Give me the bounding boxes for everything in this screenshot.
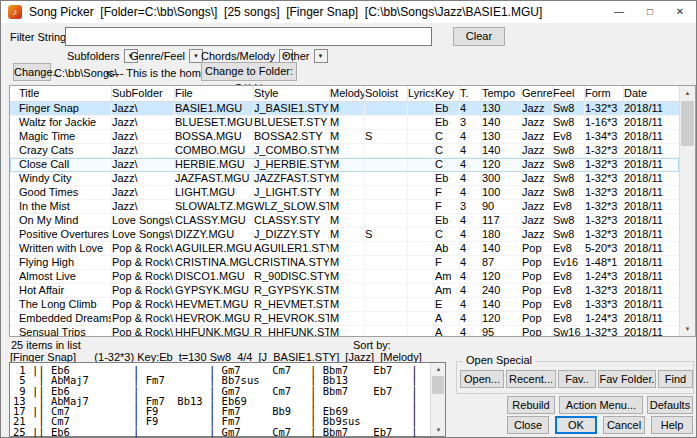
table-cell: Jazz\ (112, 116, 175, 129)
chevron-down-icon[interactable]: ▼ (314, 49, 328, 63)
rebuild-button[interactable]: Rebuild (507, 396, 555, 414)
table-cell: Am (435, 270, 460, 283)
table-cell: CLASSY.MGU (175, 214, 254, 227)
close-window-button[interactable]: ✕ (665, 1, 695, 23)
column-header-melody[interactable]: Melody (330, 86, 365, 101)
table-cell: R_HEVMET.STY (254, 298, 330, 311)
table-cell: 87 (482, 256, 522, 269)
column-header-form[interactable]: Form (585, 86, 624, 101)
title-bar[interactable]: ♪ Song Picker [Folder=C:\bb\Songs\] [25 … (1, 1, 696, 23)
open-special-label: Open Special (463, 354, 535, 366)
column-header-subfolder[interactable]: SubFolder (112, 86, 175, 101)
chord-preview-scrollbar[interactable]: ▲ ▼ (430, 363, 445, 436)
table-row[interactable]: Written with LovePop & Rock\AGUILER.MGUA… (10, 242, 679, 256)
ok-button[interactable]: OK (555, 416, 597, 434)
column-header-genre[interactable]: Genre (522, 86, 553, 101)
column-header-title[interactable]: Title (19, 86, 112, 101)
table-cell (408, 130, 435, 143)
scroll-up-icon[interactable]: ▲ (680, 86, 695, 100)
table-cell: M (330, 186, 365, 199)
table-cell: Pop & Rock\ (112, 256, 175, 269)
table-cell: 2018/11 (624, 186, 672, 199)
table-cell: 1-32*3 (585, 144, 624, 157)
fav-button[interactable]: Fav.. (558, 370, 596, 388)
column-header-tempo[interactable]: Tempo (482, 86, 522, 101)
column-header-lyrics[interactable]: Lyrics (408, 86, 435, 101)
table-cell: Good Times (19, 186, 112, 199)
table-row[interactable]: Positive OverturesLove Songs\DIZZY.MGUJ_… (10, 228, 679, 242)
table-cell (365, 270, 408, 283)
action-menu-button[interactable]: Action Menu... (559, 396, 643, 414)
table-row[interactable]: Sensual TripsPop & Rock\HHFUNK.MGUR_HHFU… (10, 326, 679, 336)
help-button[interactable]: Help (651, 416, 693, 434)
table-scrollbar[interactable]: ▲ ▼ (679, 86, 695, 336)
table-row[interactable]: Almost LivePop & Rock\DISCO1.MGUR_90DISC… (10, 270, 679, 284)
change-to-folder-button[interactable]: Change to Folder: C:\bb\ (201, 62, 297, 81)
table-cell (365, 256, 408, 269)
recent-button[interactable]: Recent... (506, 370, 556, 388)
table-row[interactable]: In the MistJazz\SLOWALTZ.MGUWLZ_SLOW.STY… (10, 200, 679, 214)
scroll-up-icon[interactable]: ▲ (431, 363, 446, 375)
table-cell: Jazz (522, 158, 553, 171)
table-cell: Sw8 (553, 228, 585, 241)
defaults-button[interactable]: Defaults (647, 396, 693, 414)
table-row[interactable]: Finger SnapJazz\BASIE1.MGUJ_BASIE1.STYME… (10, 102, 679, 116)
column-header-date[interactable]: Date (624, 86, 672, 101)
table-row[interactable]: Embedded DreamsPop & Rock\HEVROK.MGUR_HE… (10, 312, 679, 326)
table-cell: Pop (522, 256, 553, 269)
cancel-button[interactable]: Cancel (603, 416, 645, 434)
scroll-down-icon[interactable]: ▼ (431, 424, 446, 436)
change-folder-button[interactable]: Change.. (13, 63, 51, 81)
filter-string-input[interactable] (65, 27, 432, 46)
scrollbar-thumb[interactable] (432, 376, 444, 394)
close-button[interactable]: Close (507, 416, 549, 434)
filter-string-label: Filter String (10, 31, 66, 43)
table-cell (365, 326, 408, 336)
table-row[interactable]: Hot AffairPop & Rock\GYPSYK.MGUR_GYPSYK.… (10, 284, 679, 298)
table-cell: 4 (460, 256, 482, 269)
table-cell: 2018/11 (624, 242, 672, 255)
table-cell: 90 (482, 200, 522, 213)
table-row[interactable]: Magic TimeJazz\BOSSA.MGUBOSSA2.STYMSC413… (10, 130, 679, 144)
table-cell: 4 (460, 312, 482, 325)
table-row[interactable]: Waltz for JackieJazz\BLUESET.MGUBLUESET.… (10, 116, 679, 130)
table-cell: Ev8 (553, 270, 585, 283)
table-cell: On My Mind (19, 214, 112, 227)
column-header-file[interactable]: File (175, 86, 254, 101)
chords-melody-label: Chords/Melody (201, 50, 275, 62)
table-cell: 2018/11 (624, 256, 672, 269)
column-header-t-[interactable]: T. (460, 86, 482, 101)
table-cell: In the Mist (19, 200, 112, 213)
table-row[interactable]: Close CallJazz\HERBIE.MGUJ_HERBIE.STYMC4… (10, 158, 679, 172)
maximize-button[interactable]: □ (635, 1, 665, 23)
table-cell: Ev8 (553, 298, 585, 311)
table-cell: Hot Affair (19, 284, 112, 297)
table-cell: CRISTINA.MGU (175, 256, 254, 269)
clear-button[interactable]: Clear (453, 27, 505, 46)
table-cell: 1-24*3 (585, 270, 624, 283)
table-row[interactable]: Good TimesJazz\LIGHT.MGUJ_LIGHT.STYMF410… (10, 186, 679, 200)
open-button[interactable]: Open... (460, 370, 504, 388)
scrollbar-thumb[interactable] (681, 101, 694, 146)
table-row[interactable]: The Long ClimbPop & Rock\HEVMET.MGUR_HEV… (10, 298, 679, 312)
chord-preview-box[interactable]: 1 || Eb6 | | Gm7 Cm7 | Bbm7 Eb7 | 5 | Ab… (9, 362, 446, 437)
column-header-key[interactable]: Key (435, 86, 460, 101)
table-cell: Waltz for Jackie (19, 116, 112, 129)
column-header-feel[interactable]: Feel (553, 86, 585, 101)
table-row[interactable]: On My MindLove Songs\CLASSY.MGUCLASSY.ST… (10, 214, 679, 228)
table-cell: Ev16 (553, 256, 585, 269)
column-header-style[interactable]: Style (254, 86, 330, 101)
minimize-button[interactable]: — (604, 1, 634, 23)
song-picker-dialog: ♪ Song Picker [Folder=C:\bb\Songs\] [25 … (0, 0, 697, 438)
table-row[interactable]: Crazy CatsJazz\COMBO.MGUJ_COMBO.STYMC414… (10, 144, 679, 158)
dialog-buttons-row: Close OK Cancel Help (507, 416, 693, 434)
table-cell: M (330, 214, 365, 227)
table-cell: Eb (435, 116, 460, 129)
fav-folder-button[interactable]: Fav Folder. (598, 370, 656, 388)
scroll-down-icon[interactable]: ▼ (680, 322, 695, 336)
column-header-soloist[interactable]: Soloist (365, 86, 408, 101)
table-row[interactable]: Flying HighPop & Rock\CRISTINA.MGUCRISTI… (10, 256, 679, 270)
table-row[interactable]: Windy CityJazz\JAZFAST.MGUJAZZFAST.STYME… (10, 172, 679, 186)
table-cell: Ev8 (553, 200, 585, 213)
find-button[interactable]: Find (658, 370, 693, 388)
